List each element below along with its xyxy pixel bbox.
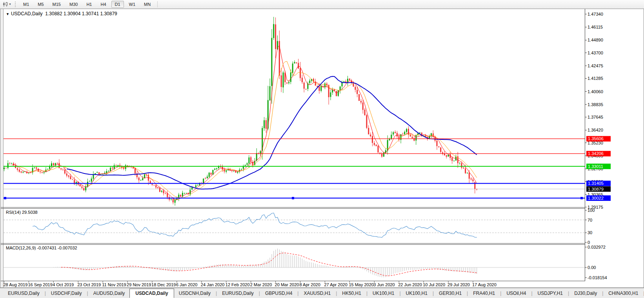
date-label: 2 Mar 2020	[250, 282, 272, 287]
candle-body	[163, 191, 164, 193]
date-label: 12 Feb 2020	[226, 282, 250, 287]
tab-xauusd-h1[interactable]: XAUUSD,H1	[299, 289, 335, 297]
tab-usdcad-daily[interactable]: USDCAD,Daily	[129, 289, 174, 298]
candle-body	[412, 137, 413, 138]
rsi-tick-label: 100	[588, 208, 595, 213]
candle-body	[318, 87, 320, 91]
candle-body	[349, 79, 350, 80]
candle-body	[383, 152, 384, 157]
rsi-tick-label: 30	[588, 230, 592, 235]
chart-canvas[interactable]: 1.473401.461151.448901.437001.424751.412…	[0, 9, 644, 287]
candle-body	[186, 193, 187, 193]
candle-body	[241, 169, 242, 170]
price-tick-label: 1.38835	[588, 102, 603, 107]
candle-body	[286, 83, 287, 83]
line-selection-handle[interactable]	[292, 197, 294, 199]
tab-dj30-daily[interactable]: DJ30,Daily	[569, 289, 602, 297]
chevron-down-icon: ▾	[9, 3, 11, 6]
current-price-label: 1.30879	[588, 187, 604, 191]
candle-body	[9, 163, 11, 164]
timeframe-button-m1[interactable]: M1	[20, 1, 33, 8]
candle-body	[21, 172, 22, 173]
candle-body	[309, 81, 310, 83]
timeframe-button-m15[interactable]: M15	[49, 1, 64, 8]
candle-body	[87, 182, 88, 187]
timeframe-button-m5[interactable]: M5	[34, 1, 47, 8]
candle-body	[207, 177, 208, 179]
tab-usdcnh-daily[interactable]: USDCNH,Daily	[174, 289, 215, 297]
timeframe-button-h4[interactable]: H4	[97, 1, 109, 8]
timeframe-button-m30[interactable]: M30	[66, 1, 81, 8]
date-label: 29 Nov 2019	[127, 282, 151, 287]
candle-body	[288, 82, 289, 83]
candle-body	[406, 129, 407, 132]
candle-body	[144, 174, 145, 178]
timeframe-button-h1[interactable]: H1	[83, 1, 95, 8]
tab-audusd-daily[interactable]: AUDUSD,Daily	[89, 289, 130, 297]
candle-body	[465, 168, 466, 173]
rsi-tick-label: 0	[588, 240, 590, 245]
candle-body	[395, 132, 396, 133]
chart-tool-icon[interactable]: ▾	[1, 1, 13, 8]
candle-body	[345, 81, 346, 82]
candle-body	[266, 120, 267, 129]
candle-body	[296, 62, 297, 63]
tab-uk100-h1[interactable]: UK100,H1	[368, 289, 399, 297]
macd-name: MACD(12,26,9)	[6, 246, 36, 250]
date-label: 16 Sep 2019	[28, 282, 52, 287]
candle-body	[49, 166, 50, 169]
candle-body	[123, 168, 124, 169]
candle-body	[273, 24, 274, 38]
line-selection-handle[interactable]	[580, 197, 583, 199]
date-label: 22 Jun 2020	[398, 282, 422, 287]
candle-body	[302, 78, 303, 83]
tab-usdjpy-h1[interactable]: USDJPY,H1	[533, 289, 568, 297]
toolbar-grip-handle[interactable]	[15, 2, 16, 7]
candle-body	[237, 172, 238, 173]
candle-body	[216, 168, 217, 169]
rsi-tick-label: 70	[588, 218, 592, 222]
tab-usdchf-daily[interactable]: USDCHF,Daily	[46, 289, 87, 297]
tab-eurusd-daily[interactable]: EURUSD,Daily	[3, 289, 44, 297]
candle-body	[453, 161, 455, 161]
candle-body	[91, 179, 92, 182]
timeframe-buttons: M1M5M15M30H1H4D1W1MN	[19, 1, 155, 8]
candle-body	[294, 62, 295, 63]
candle-body	[197, 185, 198, 185]
tab-gbpusd-h4[interactable]: GBPUSD,H4	[260, 289, 297, 297]
timeframe-button-d1[interactable]: D1	[111, 1, 124, 8]
candle-body	[112, 168, 113, 168]
tab-uk100-h1[interactable]: UK100,H1	[401, 289, 432, 297]
candle-body	[413, 138, 415, 141]
candle-body	[440, 148, 441, 152]
tab-usoil-h4[interactable]: USOil,H4	[502, 289, 531, 297]
price-line-label: 1.30022	[588, 196, 604, 200]
price-tick-label: 1.42475	[588, 63, 603, 68]
candle-body	[379, 153, 380, 153]
tab-hk50-h1[interactable]: HK50,H1	[337, 289, 366, 297]
candle-body	[28, 173, 29, 173]
line-selection-handle[interactable]	[4, 197, 6, 199]
candle-body	[290, 72, 291, 82]
candle-body	[250, 157, 251, 162]
candle-body	[17, 168, 18, 170]
collapse-triangle-icon[interactable]: ▼	[6, 12, 9, 16]
candle-body	[114, 165, 115, 169]
tab-ger30-h1[interactable]: GER30,H1	[434, 289, 466, 297]
date-label: 15 May 2020	[349, 282, 374, 287]
date-label: 27 Apr 2020	[324, 282, 347, 287]
candle-body	[96, 172, 98, 173]
date-label: 23 Oct 2019	[77, 282, 101, 287]
tab-eurusd-daily[interactable]: EURUSD,Daily	[217, 289, 258, 297]
macd-tick-label: 0.00	[588, 265, 596, 270]
tab-fra40-h1[interactable]: FRA40,H1	[468, 289, 500, 297]
candle-body	[362, 103, 364, 110]
timeframe-button-w1[interactable]: W1	[126, 1, 139, 8]
date-label: 4 Oct 2019	[53, 282, 74, 287]
candle-body	[81, 186, 82, 188]
candle-body	[357, 90, 358, 94]
candle-body	[377, 146, 378, 152]
date-label: 10 Jul 2020	[423, 282, 445, 287]
tab-china300-h1[interactable]: CHINA300,H1	[604, 289, 643, 297]
timeframe-button-mn[interactable]: MN	[140, 1, 154, 8]
